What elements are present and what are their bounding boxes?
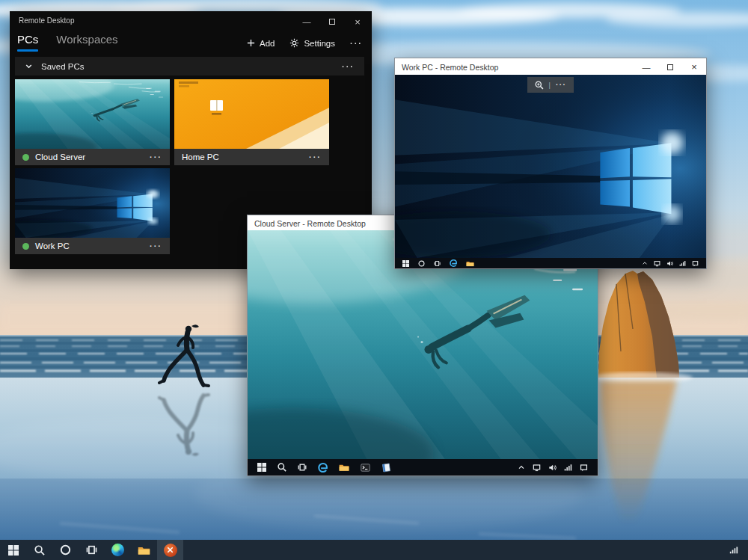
saved-pcs-more-button[interactable]: ··· [342,62,355,71]
display-icon[interactable] [533,464,541,472]
network-icon[interactable] [679,260,686,267]
cloud-server-thumbnail [15,79,170,149]
pc-card-home-pc[interactable]: Home PC ··· [174,79,329,165]
chevron-up-icon[interactable] [642,260,648,266]
volume-icon[interactable] [666,260,673,267]
close-button[interactable]: × [345,13,370,31]
file-explorer-icon [138,545,150,556]
action-center-icon[interactable] [580,464,588,472]
maximize-icon [329,19,335,25]
work-pc-session-window: Work PC - Remote Desktop — × | ··· [394,58,707,269]
minimize-button[interactable]: — [634,58,658,76]
gear-icon [289,38,299,48]
remote-desktop-icon [164,544,177,557]
online-status-dot [22,243,29,250]
toolbar-divider: | [549,81,551,89]
task-view-icon [86,544,97,556]
edge-icon[interactable] [450,259,457,267]
cortana-icon[interactable] [418,260,425,267]
work-pc-thumbnail [15,168,170,238]
pc-name: Cloud Server [35,153,85,161]
volume-icon[interactable] [548,464,557,472]
saved-pcs-group-header[interactable]: Saved PCs ··· [15,57,364,76]
work-window-title: Work PC - Remote Desktop [402,63,498,72]
windows-taskbar [0,540,748,560]
search-icon [34,545,45,556]
search-button[interactable] [26,540,52,560]
file-explorer-icon[interactable] [466,260,474,267]
network-icon[interactable] [564,464,572,472]
start-icon [8,545,19,556]
work-session-screen[interactable]: | ··· [395,75,706,258]
plus-icon [247,39,255,47]
tab-pcs[interactable]: PCs [17,33,38,52]
edge-button[interactable] [105,540,131,560]
document-icon[interactable] [381,463,391,473]
app-window-title: Remote Desktop [19,16,74,25]
tab-workspaces[interactable]: Workspaces [56,33,117,52]
app-tabs: PCs Workspaces [17,33,118,52]
app-more-button[interactable]: ··· [350,39,363,48]
pc-name: Work PC [35,241,70,250]
edge-icon [111,544,124,556]
search-icon[interactable] [278,463,286,472]
action-center-icon[interactable] [692,260,699,267]
chevron-up-icon[interactable] [518,464,525,471]
pc-card-work-pc[interactable]: Work PC ··· [15,168,170,254]
pc-name: Home PC [182,153,219,161]
cortana-button[interactable] [52,540,79,560]
cloud-session-taskbar [248,459,598,476]
maximize-icon [667,64,673,70]
edge-icon[interactable] [318,463,328,473]
task-view-icon[interactable] [298,463,307,472]
pc-more-button[interactable]: ··· [150,241,162,250]
file-explorer-button[interactable] [131,540,157,560]
cortana-icon [60,544,71,556]
desktop: Remote Desktop — × PCs Workspaces Add Se… [0,0,748,560]
session-more-button[interactable]: ··· [556,81,567,89]
saved-pcs-label: Saved PCs [41,62,85,71]
task-view-icon[interactable] [434,260,441,267]
zoom-magnifier-icon[interactable] [535,81,544,90]
pc-more-button[interactable]: ··· [309,153,322,161]
session-toolbar: | ··· [527,77,574,93]
start-button[interactable] [0,540,26,560]
network-signal-icon[interactable] [729,546,738,555]
close-button[interactable]: × [682,58,706,76]
file-explorer-icon[interactable] [339,463,349,472]
settings-button[interactable]: Settings [289,38,335,48]
maximize-button[interactable] [658,58,682,76]
display-icon[interactable] [654,260,660,267]
remote-desktop-app-button[interactable] [157,540,183,560]
work-window-titlebar[interactable]: Work PC - Remote Desktop — × [395,58,706,76]
chevron-down-icon [25,62,33,70]
cloud-window-title: Cloud Server - Remote Desktop [254,219,366,228]
minimize-button[interactable]: — [294,13,319,31]
pc-card-cloud-server[interactable]: Cloud Server ··· [15,79,170,165]
work-session-taskbar [395,258,706,268]
command-prompt-icon[interactable] [361,463,370,473]
add-button[interactable]: Add [247,39,275,48]
maximize-button[interactable] [319,13,345,31]
start-icon[interactable] [257,463,266,472]
pc-more-button[interactable]: ··· [150,153,162,161]
home-pc-thumbnail [174,79,329,149]
system-tray [729,546,748,555]
online-status-dot [22,154,29,161]
task-view-button[interactable] [79,540,105,560]
start-icon[interactable] [402,260,409,267]
